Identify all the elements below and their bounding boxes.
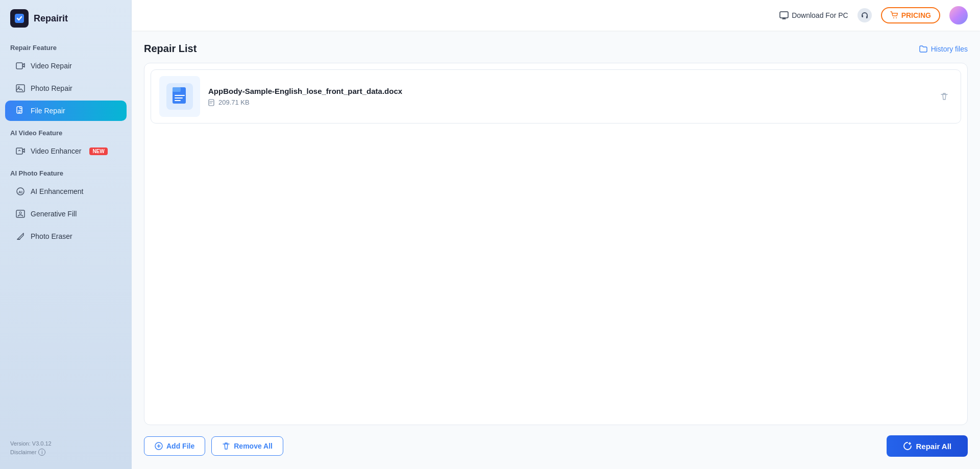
sidebar-footer: Version: V3.0.12 Disclaimer i [0,435,132,461]
file-size: 209.71 KB [218,98,250,106]
bottom-left-buttons: Add File Remove All [144,436,283,456]
video-enhancer-label: Video Enhancer [31,147,81,155]
file-delete-button[interactable] [936,88,952,105]
pricing-button[interactable]: PRICING [881,7,940,23]
user-avatar[interactable] [949,6,968,24]
sidebar-item-generative-fill[interactable]: Generative Fill [5,204,127,224]
file-list-area: AppBody-Sample-English_lose_front_part_d… [144,63,968,425]
file-repair-icon [15,106,26,116]
file-name: AppBody-Sample-English_lose_front_part_d… [208,87,928,95]
version-label: Version: V3.0.12 [10,440,121,447]
generative-fill-icon [15,209,26,219]
logo-bar: Repairit [0,0,132,37]
video-enhancer-icon [15,146,26,156]
svg-rect-16 [209,100,214,106]
trash-icon [940,92,949,101]
svg-point-11 [893,17,894,18]
disclaimer-info-icon: i [38,449,45,456]
file-item: AppBody-Sample-English_lose_front_part_d… [151,69,961,124]
history-files-button[interactable]: History files [919,44,968,54]
remove-all-label: Remove All [234,442,273,450]
repair-feature-section-label: Repair Feature [0,37,132,55]
ai-photo-feature-section-label: AI Photo Feature [0,162,132,180]
video-repair-label: Video Repair [31,62,72,70]
file-thumbnail [159,76,200,117]
app-logo-icon [10,9,29,28]
photo-repair-label: Photo Repair [31,84,72,92]
svg-rect-15 [173,87,181,92]
repair-icon [903,441,912,451]
sidebar: Repairit Repair Feature Video Repair Pho… [0,0,132,469]
file-size-icon [208,99,215,106]
ai-enhancement-label: AI Enhancement [31,187,84,195]
svg-rect-10 [780,12,788,18]
video-repair-icon [15,61,26,71]
disclaimer-label: Disclaimer [10,449,36,455]
photo-eraser-icon [15,231,26,241]
repair-list-title: Repair List [144,43,197,55]
svg-point-9 [19,212,21,214]
docx-icon [166,83,193,110]
sidebar-item-video-enhancer[interactable]: Video Enhancer NEW [5,141,127,161]
remove-all-button[interactable]: Remove All [211,436,283,456]
folder-icon [919,44,928,54]
sidebar-item-photo-repair[interactable]: Photo Repair [5,78,127,98]
repair-list-header: Repair List History files [144,43,968,55]
svg-rect-5 [16,148,22,154]
svg-point-12 [896,17,897,18]
headset-icon [861,11,869,19]
pricing-label: PRICING [901,11,931,19]
svg-rect-2 [16,85,24,92]
generative-fill-label: Generative Fill [31,210,77,218]
sidebar-item-video-repair[interactable]: Video Repair [5,56,127,76]
file-repair-label: File Repair [31,107,65,115]
svg-point-3 [18,87,20,88]
repair-all-button[interactable]: Repair All [887,435,968,457]
help-button[interactable] [857,8,872,22]
monitor-icon [779,11,789,20]
photo-eraser-label: Photo Eraser [31,232,72,240]
photo-repair-icon [15,83,26,93]
topbar: Download For PC PRICING [132,0,980,31]
sidebar-item-ai-enhancement[interactable]: AI AI Enhancement [5,181,127,202]
sidebar-item-photo-eraser[interactable]: Photo Eraser [5,226,127,246]
main-content: Repair List History files AppBody-Sample… [132,31,980,469]
repair-all-label: Repair All [916,442,951,451]
bottom-bar: Add File Remove All Repair All [144,425,968,457]
add-file-button[interactable]: Add File [144,436,205,456]
download-for-pc-label: Download For PC [792,11,848,19]
cart-icon [890,11,898,19]
svg-rect-1 [16,63,22,69]
ai-video-feature-section-label: AI Video Feature [0,122,132,140]
trash-remove-icon [222,442,230,450]
download-for-pc-button[interactable]: Download For PC [779,11,848,20]
svg-text:AI: AI [18,190,22,194]
app-logo-text: Repairit [34,13,68,24]
sidebar-item-file-repair[interactable]: File Repair [5,101,127,121]
new-badge: NEW [89,147,107,155]
file-size-row: 209.71 KB [208,98,928,106]
file-info: AppBody-Sample-English_lose_front_part_d… [208,87,928,106]
history-files-label: History files [931,45,968,53]
ai-enhancement-icon: AI [15,186,26,196]
add-file-label: Add File [166,442,194,450]
add-circle-icon [155,442,163,450]
disclaimer-row: Disclaimer i [10,449,121,456]
